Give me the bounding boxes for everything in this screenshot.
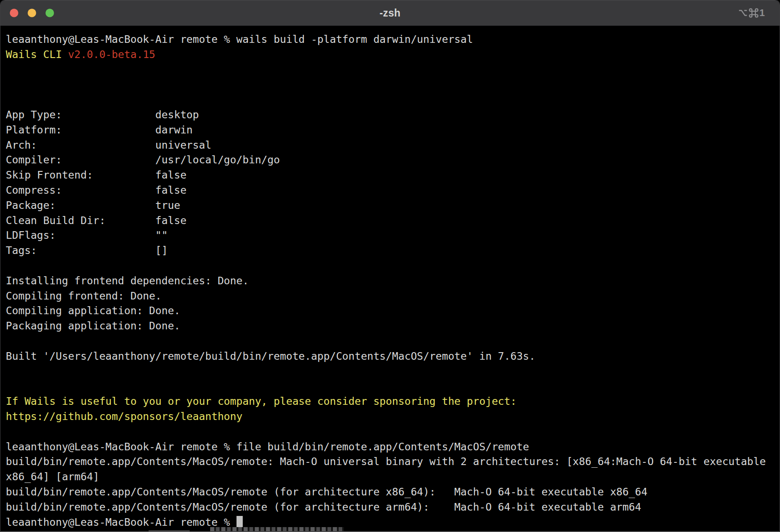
terminal-line [6, 92, 780, 107]
terminal-line: build/bin/remote.app/Contents/MacOS/remo… [6, 499, 780, 515]
terminal-window: -zsh 1 leaanthony@Leas-MacBook-Air remot… [0, 0, 780, 532]
command-key-icon [749, 8, 759, 18]
terminal-line [6, 333, 780, 349]
terminal-line: Compiling application: Done. [6, 303, 780, 318]
terminal-text: Package: true [6, 199, 180, 211]
terminal-text: build/bin/remote.app/Contents/MacOS/remo… [6, 501, 641, 513]
terminal-line: App Type: desktop [6, 107, 780, 122]
terminal-text: Tags: [] [6, 244, 168, 256]
tab-number: 1 [759, 7, 765, 19]
terminal-text: Installing frontend dependencies: Done. [6, 274, 249, 287]
terminal-line: build/bin/remote.app/Contents/MacOS/remo… [6, 454, 780, 469]
terminal-text: Compiler: /usr/local/go/bin/go [6, 154, 280, 166]
terminal-text: v2.0.0-beta.15 [68, 48, 155, 60]
terminal-text: leaanthony@Leas-MacBook-Air remote % wai… [6, 33, 473, 45]
terminal-text: x86_64] [arm64] [6, 470, 99, 482]
terminal-text: Compiling frontend: Done. [6, 290, 162, 302]
terminal-line: x86_64] [arm64] [6, 469, 780, 484]
terminal-text: build/bin/remote.app/Contents/MacOS/remo… [6, 455, 772, 467]
terminal-text: Skip Frontend: false [6, 169, 187, 181]
terminal-cursor [236, 516, 243, 528]
terminal-line: Installing frontend dependencies: Done. [6, 273, 780, 288]
terminal-line [6, 77, 780, 92]
terminal-line [6, 258, 780, 273]
zoom-button[interactable] [46, 9, 54, 17]
terminal-line [6, 378, 780, 394]
terminal-line: Skip Frontend: false [6, 167, 780, 183]
window-title: -zsh [379, 7, 400, 19]
terminal-text: Platform: darwin [6, 124, 193, 136]
terminal-line: https://github.com/sponsors/leaanthony [6, 409, 780, 424]
terminal-text: Arch: universal [6, 139, 212, 151]
close-button[interactable] [10, 9, 18, 17]
traffic-lights [10, 9, 54, 17]
terminal-line: Wails CLI v2.0.0-beta.15 [6, 47, 780, 62]
terminal-text: leaanthony@Leas-MacBook-Air remote % [6, 516, 236, 528]
terminal-line: Platform: darwin [6, 122, 780, 137]
terminal-line [6, 424, 780, 439]
terminal-line: Tags: [] [6, 243, 780, 258]
terminal-line: Compress: false [6, 183, 780, 198]
terminal-text: leaanthony@Leas-MacBook-Air remote % fil… [6, 441, 529, 453]
terminal-text: https://github.com/sponsors/leaanthony [6, 410, 242, 422]
background-window-artifact [210, 527, 344, 531]
terminal-line: Packaging application: Done. [6, 318, 780, 333]
terminal-output[interactable]: leaanthony@Leas-MacBook-Air remote % wai… [0, 26, 780, 529]
terminal-line: Built '/Users/leaanthony/remote/build/bi… [6, 349, 780, 364]
terminal-line: Clean Build Dir: false [6, 213, 780, 228]
terminal-text: Built '/Users/leaanthony/remote/build/bi… [6, 350, 535, 362]
terminal-line: If Wails is useful to you or your compan… [6, 394, 780, 409]
terminal-text: Compiling application: Done. [6, 304, 180, 316]
terminal-line: leaanthony@Leas-MacBook-Air remote % fil… [6, 439, 780, 454]
terminal-text: Wails CLI [6, 48, 68, 60]
option-key-icon [738, 8, 748, 18]
terminal-text: Packaging application: Done. [6, 320, 180, 332]
terminal-line [6, 62, 780, 77]
terminal-line: Compiler: /usr/local/go/bin/go [6, 152, 780, 167]
tab-shortcut-hint: 1 [738, 7, 765, 19]
window-titlebar[interactable]: -zsh 1 [0, 0, 780, 26]
terminal-line: LDFlags: "" [6, 228, 780, 243]
terminal-line: Compiling frontend: Done. [6, 288, 780, 303]
minimize-button[interactable] [28, 9, 36, 17]
terminal-text: Compress: false [6, 184, 187, 196]
terminal-text: LDFlags: "" [6, 229, 168, 241]
terminal-line: Arch: universal [6, 137, 780, 153]
terminal-line: leaanthony@Leas-MacBook-Air remote % [6, 515, 780, 530]
terminal-line: leaanthony@Leas-MacBook-Air remote % wai… [6, 32, 780, 47]
terminal-line [6, 364, 780, 379]
terminal-text: If Wails is useful to you or your compan… [6, 395, 517, 407]
terminal-line: build/bin/remote.app/Contents/MacOS/remo… [6, 484, 780, 499]
terminal-line: Package: true [6, 198, 780, 213]
terminal-text: build/bin/remote.app/Contents/MacOS/remo… [6, 486, 647, 498]
terminal-text: App Type: desktop [6, 108, 199, 121]
terminal-text: Clean Build Dir: false [6, 214, 187, 226]
